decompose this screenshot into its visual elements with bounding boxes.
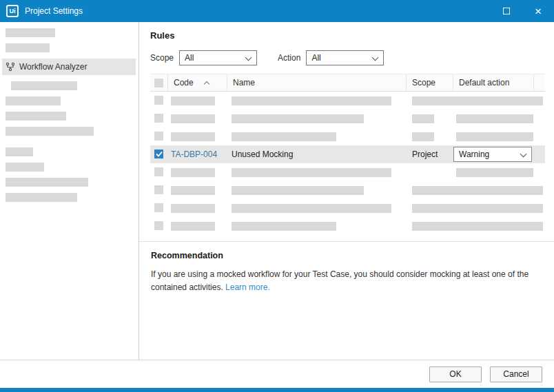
rule-name-redacted bbox=[232, 186, 364, 195]
column-header-name-label: Name bbox=[233, 78, 255, 87]
rule-scope-redacted bbox=[412, 114, 434, 123]
rule-default-action-value: Warning bbox=[459, 149, 489, 159]
ok-button[interactable]: OK bbox=[429, 367, 482, 382]
rules-table-body: TA-DBP-004Unused MockingProjectWarning bbox=[150, 92, 545, 235]
rule-name-redacted bbox=[232, 132, 336, 141]
rule-action-redacted bbox=[412, 222, 543, 231]
sidebar-item-redacted[interactable] bbox=[6, 147, 33, 156]
sidebar-item-label: Workflow Analyzer bbox=[19, 62, 87, 72]
learn-more-link[interactable]: Learn more. bbox=[225, 282, 270, 292]
close-button[interactable]: × bbox=[522, 0, 554, 22]
recommendation-section: Recommendation If you are using a mocked… bbox=[139, 241, 554, 360]
rule-code-redacted bbox=[171, 222, 215, 231]
uipath-logo: Ui bbox=[6, 5, 19, 17]
sort-ascending-icon bbox=[203, 81, 209, 86]
dialog-footer: OK Cancel bbox=[0, 360, 554, 388]
column-header-scope-label: Scope bbox=[412, 78, 435, 87]
sidebar-item-redacted[interactable] bbox=[6, 43, 50, 52]
rule-checkbox[interactable] bbox=[154, 221, 163, 230]
rule-checkbox[interactable] bbox=[154, 114, 163, 123]
rules-filters: Scope All Action All bbox=[150, 50, 545, 65]
rule-row-redacted[interactable] bbox=[150, 127, 545, 145]
column-header-end-spacer bbox=[534, 74, 545, 91]
sidebar-item-redacted[interactable] bbox=[6, 28, 55, 37]
rule-checkbox[interactable] bbox=[154, 132, 163, 141]
rule-action-redacted bbox=[412, 204, 543, 213]
rule-name-redacted bbox=[232, 96, 391, 105]
recommendation-heading: Recommendation bbox=[151, 251, 540, 260]
column-header-name[interactable]: Name bbox=[227, 74, 407, 91]
scope-filter-select[interactable]: All bbox=[179, 50, 257, 65]
sidebar-item-redacted[interactable] bbox=[6, 163, 44, 172]
rules-table-header: Code Name Scope Default action bbox=[150, 74, 545, 92]
rule-code-redacted bbox=[171, 186, 215, 195]
rule-checkbox[interactable] bbox=[154, 96, 163, 105]
rule-checkbox[interactable] bbox=[154, 185, 163, 194]
rule-code[interactable]: TA-DBP-004 bbox=[171, 149, 217, 160]
chevron-down-icon bbox=[521, 152, 526, 158]
rule-name-redacted bbox=[232, 204, 391, 213]
recommendation-body: If you are using a mocked workflow for y… bbox=[151, 269, 529, 292]
rule-code-redacted bbox=[171, 204, 215, 213]
sidebar-item-redacted[interactable] bbox=[6, 112, 66, 121]
sidebar-item-redacted[interactable] bbox=[6, 193, 77, 202]
dialog-content: Workflow Analyzer Rules Scope All Action… bbox=[0, 22, 554, 360]
select-all-cell bbox=[150, 74, 168, 91]
titlebar: Ui Project Settings × bbox=[0, 0, 554, 22]
rule-checkbox[interactable] bbox=[154, 203, 163, 212]
rule-row-redacted[interactable] bbox=[150, 217, 545, 235]
maximize-icon bbox=[503, 8, 510, 14]
sidebar-item-redacted[interactable] bbox=[6, 96, 61, 105]
rule-row-redacted[interactable] bbox=[150, 92, 545, 110]
maximize-button[interactable] bbox=[491, 0, 522, 22]
rule-checkbox-checked[interactable] bbox=[154, 149, 163, 158]
scope-filter-label: Scope bbox=[150, 53, 174, 63]
rule-name-redacted bbox=[232, 168, 391, 177]
rule-name-redacted bbox=[232, 114, 364, 123]
action-filter-select[interactable]: All bbox=[306, 50, 384, 65]
sidebar-item-redacted[interactable] bbox=[6, 178, 88, 187]
rule-default-action-select[interactable]: Warning bbox=[453, 147, 532, 162]
sidebar-group-top bbox=[0, 28, 138, 52]
rules-table: Code Name Scope Default action TA-DBP-00… bbox=[150, 74, 545, 235]
rule-action-redacted bbox=[456, 168, 533, 177]
rule-name: Unused Mocking bbox=[232, 149, 293, 160]
rule-row-selected[interactable]: TA-DBP-004Unused MockingProjectWarning bbox=[150, 145, 545, 163]
sidebar-group-bottom bbox=[0, 81, 138, 202]
select-all-checkbox[interactable] bbox=[154, 79, 163, 87]
rule-action-redacted bbox=[412, 186, 543, 195]
rule-row-redacted[interactable] bbox=[150, 110, 545, 127]
window-bottom-accent bbox=[0, 388, 554, 392]
column-header-code-label: Code bbox=[174, 78, 194, 87]
recommendation-text: If you are using a mocked workflow for y… bbox=[151, 268, 540, 294]
sidebar-item-redacted[interactable] bbox=[6, 127, 94, 136]
scope-filter-value: All bbox=[185, 53, 194, 63]
column-header-scope[interactable]: Scope bbox=[407, 74, 453, 91]
settings-sidebar: Workflow Analyzer bbox=[0, 22, 139, 360]
cancel-button[interactable]: Cancel bbox=[490, 367, 542, 382]
rule-code-redacted bbox=[171, 132, 215, 141]
chevron-down-icon bbox=[246, 56, 252, 61]
column-header-code[interactable]: Code bbox=[168, 74, 227, 91]
rule-checkbox[interactable] bbox=[154, 167, 163, 176]
rule-action-redacted bbox=[456, 114, 533, 123]
sidebar-item-workflow-analyzer[interactable]: Workflow Analyzer bbox=[2, 59, 136, 75]
sidebar-item-redacted[interactable] bbox=[11, 81, 77, 90]
action-filter-value: All bbox=[311, 53, 320, 63]
column-header-default-action[interactable]: Default action bbox=[453, 74, 534, 91]
close-icon: × bbox=[535, 6, 542, 17]
rule-action-redacted bbox=[456, 132, 533, 141]
rule-scope: Project bbox=[412, 149, 438, 160]
workflow-analyzer-icon bbox=[6, 62, 15, 72]
rule-row-redacted[interactable] bbox=[150, 199, 545, 217]
rule-row-redacted[interactable] bbox=[150, 181, 545, 199]
column-header-default-action-label: Default action bbox=[459, 78, 509, 87]
action-filter-label: Action bbox=[278, 53, 300, 63]
rule-code-redacted bbox=[171, 114, 215, 123]
rules-panel: Rules Scope All Action All bbox=[139, 22, 554, 360]
rule-name-redacted bbox=[232, 222, 336, 231]
rule-code-redacted bbox=[171, 168, 215, 177]
window-title: Project Settings bbox=[25, 6, 83, 16]
rule-row-redacted[interactable] bbox=[150, 163, 545, 181]
rule-action-redacted bbox=[412, 96, 543, 105]
